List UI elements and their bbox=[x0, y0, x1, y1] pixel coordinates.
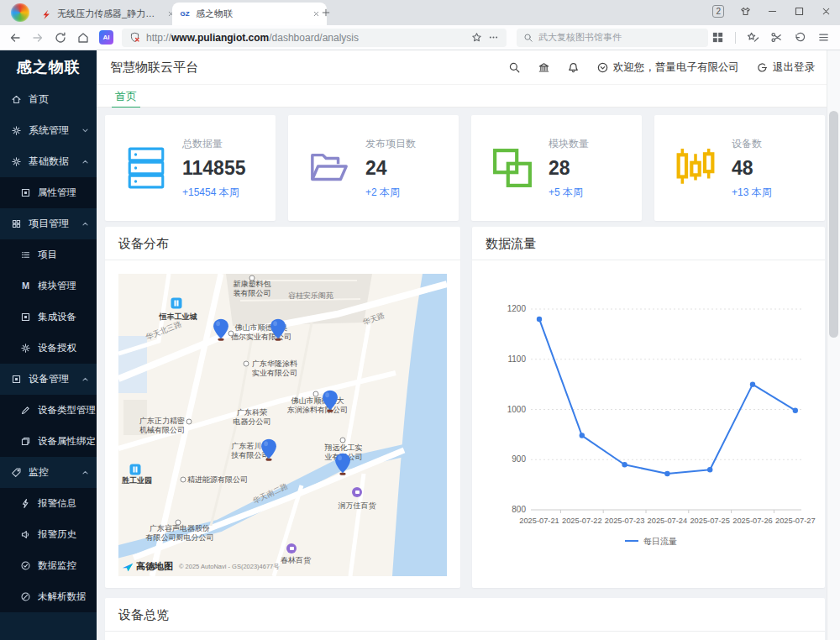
sidebar-item-basic-data[interactable]: 基础数据 bbox=[0, 146, 97, 177]
browser-logo[interactable] bbox=[11, 3, 29, 22]
stat-delta: +15454 本周 bbox=[182, 186, 245, 200]
window-count-badge[interactable]: 2 bbox=[712, 5, 724, 18]
stat-label: 模块数量 bbox=[549, 137, 589, 151]
sidebar-item-alarm-history[interactable]: 报警历史 bbox=[0, 519, 97, 550]
poi-dot bbox=[176, 520, 181, 526]
stat-card-module-count: 模块数量28+5 本周 bbox=[471, 115, 642, 221]
folder-icon bbox=[309, 146, 349, 190]
stat-delta: +13 本周 bbox=[732, 186, 772, 200]
browser-search-box[interactable]: 武大复核图书馆事件 bbox=[517, 29, 708, 47]
apps-grid-icon[interactable] bbox=[711, 31, 724, 44]
map-label: 春林百货 bbox=[281, 556, 311, 565]
sidebar-item-project[interactable]: 项目 bbox=[0, 239, 97, 270]
map-marker[interactable] bbox=[334, 453, 351, 475]
poi-dot bbox=[186, 419, 192, 425]
browser-toolbar: AI http://www.puliangiot.com/dashboard/a… bbox=[0, 25, 840, 50]
pen-icon bbox=[20, 405, 31, 416]
tab2-title: 感之物联 bbox=[196, 8, 307, 20]
amap-logo: 高德地图 bbox=[122, 560, 173, 573]
page-scrollbar[interactable] bbox=[827, 50, 840, 640]
close-button[interactable] bbox=[821, 6, 832, 17]
svg-text:900: 900 bbox=[512, 454, 526, 464]
panel-title: 设备分布 bbox=[105, 227, 460, 260]
forward-button[interactable] bbox=[31, 31, 45, 45]
svg-text:2025-07-22: 2025-07-22 bbox=[562, 517, 602, 525]
chevron-up-icon bbox=[81, 375, 89, 383]
sidebar-item-system-management[interactable]: 系统管理 bbox=[0, 115, 97, 146]
stat-card-total-data: 总数据量114855+15454 本周 bbox=[105, 115, 276, 221]
new-tab-button[interactable] bbox=[321, 8, 331, 18]
sidebar-item-monitoring[interactable]: 监控 bbox=[0, 457, 97, 488]
sidebar-item-unparsed-data[interactable]: 未解析数据 bbox=[0, 581, 97, 612]
shop-cart-icon bbox=[352, 487, 362, 497]
sidebar-item-module-management[interactable]: M模块管理 bbox=[0, 270, 97, 302]
header-search-icon[interactable] bbox=[508, 61, 521, 74]
logout-icon bbox=[756, 61, 769, 74]
more-actions-icon[interactable] bbox=[488, 32, 499, 43]
theme-shirt-icon[interactable] bbox=[740, 6, 751, 17]
site-security-shield-icon[interactable] bbox=[129, 32, 140, 43]
square-icon bbox=[20, 187, 31, 198]
tab1-favicon-icon bbox=[40, 8, 52, 20]
map-label: 润万佳百货 bbox=[339, 501, 376, 511]
copy-icon bbox=[20, 436, 31, 447]
bookmark-star-icon[interactable] bbox=[471, 32, 482, 43]
gear-icon bbox=[20, 343, 31, 354]
sidebar-item-project-management[interactable]: 项目管理 bbox=[0, 208, 97, 239]
stat-value: 24 bbox=[365, 157, 416, 180]
map[interactable]: 新康塑料包装有限公司 容桂安乐阁苑 恒丰工业城 华天北三路 佛山市顺德区奥德尔实… bbox=[118, 274, 447, 576]
poi-dot bbox=[313, 391, 319, 397]
ai-assistant-button[interactable]: AI bbox=[99, 30, 113, 45]
stat-delta: +5 本周 bbox=[549, 186, 589, 200]
sidebar-item-home[interactable]: 首页 bbox=[0, 84, 97, 115]
sidebar-item-data-monitoring[interactable]: 数据监控 bbox=[0, 550, 97, 581]
browser-tab-2-active[interactable]: GZ 感之物联 bbox=[172, 3, 327, 25]
lightning-icon bbox=[20, 498, 31, 509]
map-marker[interactable] bbox=[213, 318, 229, 341]
map-marker[interactable] bbox=[260, 438, 277, 461]
sidebar-item-alarm-info[interactable]: 报警信息 bbox=[0, 488, 97, 519]
map-label: 广东华隆涂料实业有限公司 bbox=[252, 359, 297, 378]
refresh-button[interactable] bbox=[54, 31, 67, 45]
logout-button[interactable]: 退出登录 bbox=[756, 60, 815, 75]
tab-home[interactable]: 首页 bbox=[112, 87, 140, 108]
panel-title: 数据流量 bbox=[472, 227, 825, 260]
svg-text:2025-07-25: 2025-07-25 bbox=[690, 517, 730, 525]
back-button[interactable] bbox=[8, 31, 22, 45]
stat-delta: +2 本周 bbox=[365, 186, 416, 200]
map-marker[interactable] bbox=[270, 318, 286, 341]
screenshot-scissors-icon[interactable] bbox=[770, 31, 783, 44]
menu-icon[interactable] bbox=[817, 31, 830, 44]
circle-slash-icon bbox=[20, 591, 31, 602]
maximize-button[interactable] bbox=[794, 6, 805, 17]
sidebar-item-device-management[interactable]: 设备管理 bbox=[0, 364, 97, 395]
map-attribution: © 2025 AutoNavi - GS(2023)4677号 bbox=[179, 563, 280, 571]
notification-bell-icon[interactable] bbox=[567, 61, 580, 74]
sidebar-item-device-attribute-binding[interactable]: 设备属性绑定 bbox=[0, 426, 97, 457]
map-marker[interactable] bbox=[322, 390, 339, 412]
bank-icon[interactable] bbox=[538, 61, 550, 74]
favorites-edit-icon[interactable] bbox=[747, 31, 759, 44]
home-icon bbox=[11, 94, 22, 105]
svg-text:1200: 1200 bbox=[507, 304, 527, 313]
sidebar-item-integrated-device[interactable]: 集成设备 bbox=[0, 302, 97, 333]
chevron-up-icon bbox=[81, 220, 89, 228]
sidebar-item-attribute-management[interactable]: 属性管理 bbox=[0, 177, 97, 208]
browser-tab-1[interactable]: 无线压力传感器_静力水准仪_ bbox=[34, 3, 181, 25]
address-bar[interactable]: http://www.puliangiot.com/dashboard/anal… bbox=[122, 29, 507, 47]
gear-icon bbox=[11, 125, 22, 136]
sidebar-item-device-authorization[interactable]: 设备授权 bbox=[0, 333, 97, 364]
svg-text:2025-07-23: 2025-07-23 bbox=[605, 517, 645, 525]
minimize-button[interactable] bbox=[767, 6, 778, 17]
chart-legend[interactable]: 每日流量 bbox=[625, 537, 677, 546]
home-button[interactable] bbox=[76, 31, 90, 45]
toolbar-divider bbox=[735, 32, 736, 44]
sidebar-item-device-type-management[interactable]: 设备类型管理 bbox=[0, 395, 97, 426]
map-label: 广东科荣电器分公司 bbox=[234, 408, 271, 427]
tab2-close-icon[interactable] bbox=[312, 10, 320, 18]
scrollbar-thumb[interactable] bbox=[829, 111, 838, 338]
device-distribution-panel: 设备分布 新康塑料包装有 bbox=[105, 227, 460, 588]
poi-dot bbox=[249, 275, 255, 281]
chevron-down-icon bbox=[81, 127, 89, 134]
undo-history-icon[interactable] bbox=[794, 31, 806, 44]
